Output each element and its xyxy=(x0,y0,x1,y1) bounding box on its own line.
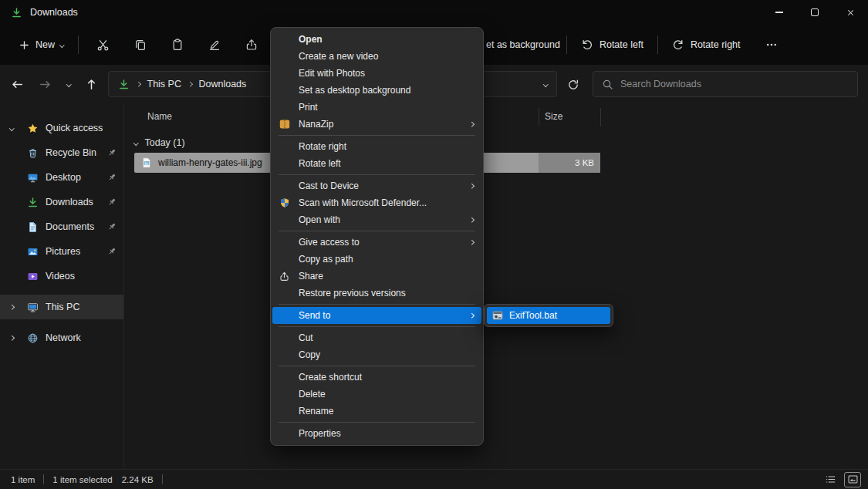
sidebar-item-pictures[interactable]: Pictures xyxy=(0,239,123,264)
column-header-size[interactable]: Size xyxy=(545,111,562,122)
refresh-button[interactable] xyxy=(561,73,585,96)
item-count: 1 item xyxy=(11,475,35,484)
statusbar-divider xyxy=(162,474,163,484)
rotate-right-button[interactable]: Rotate right xyxy=(664,33,748,56)
back-button[interactable] xyxy=(5,72,29,96)
menu-item-restore-previous-versions[interactable]: Restore previous versions xyxy=(271,285,483,302)
chevron-right-icon xyxy=(136,82,140,86)
exiftool-icon xyxy=(492,310,503,321)
sidebar-item-network[interactable]: Network xyxy=(0,325,123,350)
forward-button[interactable] xyxy=(32,72,57,96)
rename-button[interactable] xyxy=(200,31,229,59)
copy-icon xyxy=(134,39,147,51)
star-icon xyxy=(26,123,39,134)
set-as-background-button[interactable]: et as background xyxy=(486,39,560,50)
menu-separator xyxy=(279,326,475,327)
chevron-down-icon[interactable] xyxy=(9,126,14,130)
recycle-bin-icon xyxy=(26,147,39,159)
column-resize-handle[interactable] xyxy=(600,108,601,126)
menu-separator xyxy=(279,174,475,175)
group-header-today[interactable]: Today (1) xyxy=(124,134,185,151)
menu-item-cut[interactable]: Cut xyxy=(271,329,483,346)
menu-item-print[interactable]: Print xyxy=(271,99,483,116)
menu-item-give-access-to[interactable]: Give access to xyxy=(271,234,483,251)
titlebar: Downloads xyxy=(0,0,868,25)
new-button[interactable]: New xyxy=(11,34,72,56)
menu-item-scan-with-microsoft-defender[interactable]: Scan with Microsoft Defender... xyxy=(271,194,483,211)
share-button[interactable] xyxy=(237,31,266,59)
sidebar-item-quick-access[interactable]: Quick access xyxy=(0,116,123,140)
sidebar-item-desktop[interactable]: Desktop xyxy=(0,165,123,190)
column-resize-handle[interactable] xyxy=(539,108,539,126)
rotate-right-label: Rotate right xyxy=(691,39,741,50)
sidebar-item-downloads[interactable]: Downloads xyxy=(0,190,123,214)
menu-item-delete[interactable]: Delete xyxy=(271,386,483,403)
menu-item-create-shortcut[interactable]: Create shortcut xyxy=(271,369,483,386)
network-icon xyxy=(26,332,39,344)
rotate-left-button[interactable]: Rotate left xyxy=(573,33,651,56)
details-view-button[interactable] xyxy=(822,472,839,487)
cut-button[interactable] xyxy=(89,31,118,59)
thumbnail-view-button[interactable] xyxy=(844,472,861,487)
submenu-item-exiftool-bat[interactable]: ExifTool.bat xyxy=(487,307,610,324)
menu-item-send-to[interactable]: Send to xyxy=(272,307,481,324)
menu-item-properties[interactable]: Properties xyxy=(271,425,483,442)
menu-item-nanazip[interactable]: NanaZip xyxy=(271,116,483,133)
menu-item-cast-to-device[interactable]: Cast to Device xyxy=(271,177,483,194)
menu-item-rename[interactable]: Rename xyxy=(271,403,483,420)
maximize-icon xyxy=(811,8,819,16)
chevron-right-icon[interactable] xyxy=(9,336,14,340)
paste-button[interactable] xyxy=(163,31,192,59)
menu-item-rotate-left[interactable]: Rotate left xyxy=(271,155,483,172)
downloads-icon xyxy=(26,197,39,208)
sidebar-item-videos[interactable]: Videos xyxy=(0,264,123,288)
pin-icon xyxy=(107,173,117,182)
close-button[interactable] xyxy=(833,0,868,25)
up-button[interactable] xyxy=(79,72,103,96)
rotate-right-icon xyxy=(672,39,684,51)
submenu-item-label: ExifTool.bat xyxy=(509,310,557,321)
sidebar-item-recycle-bin[interactable]: Recycle Bin xyxy=(0,140,123,165)
file-size: 3 KB xyxy=(539,153,600,173)
this-pc-icon xyxy=(26,302,39,313)
menu-item-copy-as-path[interactable]: Copy as path xyxy=(271,251,483,268)
share-icon xyxy=(245,39,258,51)
menu-item-share[interactable]: Share xyxy=(271,268,483,285)
minimize-button[interactable] xyxy=(762,0,797,25)
menu-item-open-with[interactable]: Open with xyxy=(271,211,483,228)
submenu-arrow-icon xyxy=(469,313,474,318)
submenu-arrow-icon xyxy=(469,184,474,188)
menu-item-open[interactable]: Open xyxy=(271,31,483,48)
menu-item-set-as-desktop-background[interactable]: Set as desktop background xyxy=(271,82,483,99)
chevron-right-icon[interactable] xyxy=(9,305,14,309)
set-as-background-label: et as background xyxy=(486,39,560,50)
rotate-left-icon xyxy=(581,39,593,51)
details-view-icon xyxy=(825,474,836,485)
back-icon xyxy=(11,78,24,91)
context-menu: Open Create a new video Edit with Photos… xyxy=(270,27,484,446)
pin-icon xyxy=(107,197,117,207)
sidebar-item-this-pc[interactable]: This PC xyxy=(0,295,123,319)
column-header-name[interactable]: Name xyxy=(147,111,172,122)
copy-button[interactable] xyxy=(126,31,155,59)
menu-item-edit-with-photos[interactable]: Edit with Photos xyxy=(271,65,483,82)
search-box xyxy=(593,71,858,97)
menu-item-rotate-right[interactable]: Rotate right xyxy=(271,138,483,155)
desktop-icon xyxy=(26,172,39,184)
breadcrumb-downloads[interactable]: Downloads xyxy=(198,79,246,89)
search-input[interactable] xyxy=(620,79,849,89)
menu-item-create-a-new-video[interactable]: Create a new video xyxy=(271,48,483,65)
breadcrumb-this-pc[interactable]: This PC xyxy=(147,79,181,89)
pin-icon xyxy=(107,222,117,231)
maximize-button[interactable] xyxy=(797,0,833,25)
menu-item-copy[interactable]: Copy xyxy=(271,346,483,363)
recent-locations-button[interactable] xyxy=(60,72,77,96)
see-more-button[interactable] xyxy=(758,31,785,59)
cut-icon xyxy=(96,39,110,52)
videos-icon xyxy=(26,271,39,282)
address-dropdown-icon[interactable] xyxy=(543,82,548,86)
search-icon xyxy=(602,79,613,90)
documents-icon xyxy=(26,221,39,233)
sidebar-item-documents[interactable]: Documents xyxy=(0,214,123,239)
send-to-submenu: ExifTool.bat xyxy=(484,304,613,327)
